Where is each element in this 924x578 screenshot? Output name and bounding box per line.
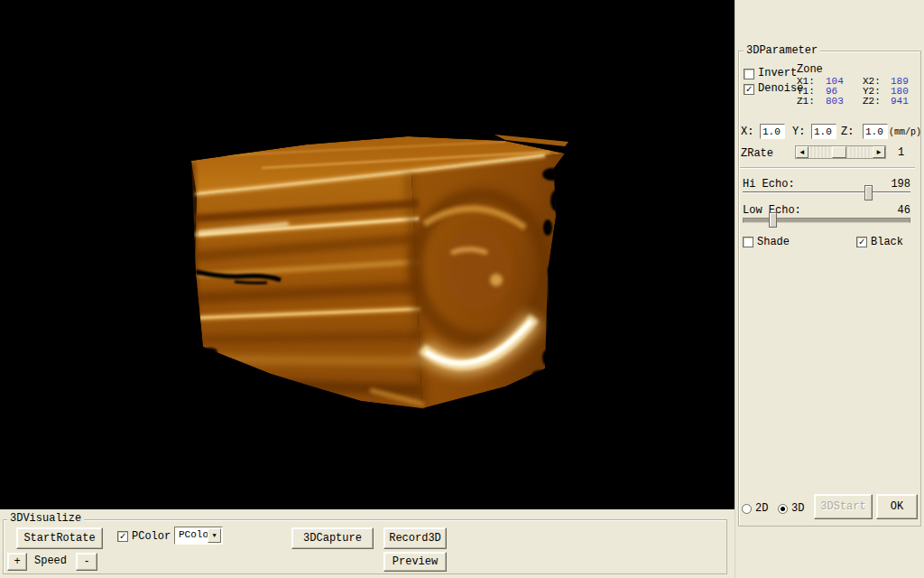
3dparameter-group <box>738 51 921 527</box>
black-checkbox-label: Black <box>871 237 903 248</box>
3dvisualize-group-title: 3DVisualize <box>7 513 84 525</box>
x-scale-label: X: <box>741 126 753 138</box>
zone-z1-label: Z1: <box>797 96 815 107</box>
ok-button[interactable]: OK <box>876 494 918 519</box>
3dstart-button[interactable]: 3DStart <box>814 494 873 519</box>
low-echo-slider-thumb[interactable] <box>769 212 777 228</box>
mode-2d-radio[interactable] <box>742 504 752 514</box>
low-echo-slider-track[interactable] <box>743 218 910 223</box>
y-scale-input[interactable] <box>811 124 836 139</box>
low-echo-slider[interactable] <box>743 212 910 228</box>
zone-z2-label: Z2: <box>863 96 881 107</box>
3d-viewport[interactable] <box>0 0 735 509</box>
y-scale-label: Y: <box>792 126 805 138</box>
3dcapture-button[interactable]: 3DCapture <box>291 527 374 549</box>
hi-echo-slider[interactable] <box>743 185 910 201</box>
zrate-scrollbar-thumb[interactable] <box>832 146 846 158</box>
invert-checkbox[interactable] <box>744 69 754 79</box>
volume-render-image <box>0 0 735 509</box>
zone-title: Zone <box>797 64 823 76</box>
mode-2d-radio-label: 2D <box>755 503 768 515</box>
pcolor-dropdown[interactable]: PColor ▼ <box>174 527 223 545</box>
speed-plus-button[interactable]: + <box>7 553 27 571</box>
speed-minus-button[interactable]: - <box>76 553 97 571</box>
zrate-label: ZRate <box>741 148 773 160</box>
zone-z2-value: 941 <box>891 96 909 107</box>
mode-3d-radio[interactable] <box>778 504 788 514</box>
pcolor-checkbox[interactable]: ✓ <box>117 531 128 542</box>
mode-3d-radio-label: 3D <box>791 503 804 515</box>
scroll-right-icon: ► <box>877 148 882 156</box>
zrate-scroll-left-button[interactable]: ◄ <box>796 146 808 158</box>
shade-checkbox[interactable] <box>743 237 753 247</box>
preview-button[interactable]: Preview <box>383 552 447 572</box>
scroll-left-icon: ◄ <box>800 148 805 156</box>
zone-z1-value: 803 <box>826 96 844 107</box>
pcolor-dropdown-button[interactable]: ▼ <box>208 528 221 543</box>
record3d-button[interactable]: Record3D <box>383 527 447 549</box>
chevron-down-icon: ▼ <box>212 532 216 539</box>
black-checkbox[interactable]: ✓ <box>856 237 867 247</box>
visualize-panel: 3DVisualize StartRotate ✓ PColor PColor … <box>0 509 735 578</box>
pcolor-checkbox-label: PColor <box>132 531 171 543</box>
radio-dot-icon <box>781 507 785 511</box>
hi-echo-slider-track[interactable] <box>743 191 910 193</box>
speed-label: Speed <box>34 555 67 567</box>
x-scale-input[interactable] <box>760 124 785 139</box>
separator <box>740 167 915 169</box>
z-scale-label: Z: <box>841 126 854 138</box>
zrate-scroll-right-button[interactable]: ► <box>873 146 885 158</box>
denoise-checkbox[interactable]: ✓ <box>744 84 754 95</box>
parameter-panel: 3DParameter Invert ✓ Denoise Zone X1: 10… <box>735 0 924 578</box>
shade-checkbox-label: Shade <box>757 237 790 248</box>
zrate-scrollbar-track[interactable] <box>808 146 873 158</box>
3dparameter-group-title: 3DParameter <box>744 45 820 57</box>
scale-unit-label: (mm/p) <box>889 126 921 138</box>
z-scale-input[interactable] <box>863 124 888 139</box>
zrate-scrollbar[interactable]: ◄ ► <box>795 145 886 159</box>
hi-echo-slider-thumb[interactable] <box>864 185 873 200</box>
start-rotate-button[interactable]: StartRotate <box>16 527 103 549</box>
zrate-value: 1 <box>898 147 904 159</box>
invert-checkbox-label: Invert <box>758 68 797 79</box>
